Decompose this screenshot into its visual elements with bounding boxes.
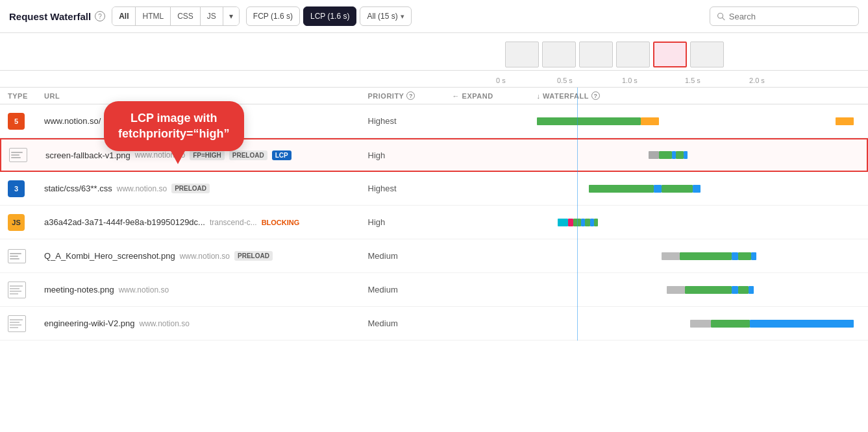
table-row: meeting-notes.png www.notion.so Medium — [0, 273, 868, 307]
html-icon: 5 — [8, 113, 25, 130]
wf-bar-segment — [732, 252, 738, 260]
url-main: screen-fallback-v1.png — [45, 150, 130, 160]
wf-bar-segment — [732, 286, 738, 294]
table-row: engineering-wiki-V2.png www.notion.so Me… — [0, 307, 868, 341]
wf-bar-segment — [585, 219, 590, 226]
page-title: Request Waterfall — [9, 11, 91, 22]
img-icon — [8, 249, 26, 263]
scale-15s: 1.5 s — [685, 77, 701, 84]
col-url-header: URL — [44, 92, 368, 100]
col-expand-header: ← EXPAND — [453, 92, 537, 100]
row-priority-cell: High — [368, 150, 453, 160]
wf-bar-segment — [568, 219, 573, 226]
table-row: 3 static/css/63**.css www.notion.so PREL… — [0, 172, 868, 206]
thumbnail-1 — [505, 42, 539, 67]
wf-bar-segment — [749, 286, 754, 294]
file-icon — [8, 315, 26, 332]
search-input[interactable] — [729, 12, 852, 21]
js-icon: JS — [8, 214, 25, 231]
scale-05s: 0.5 s — [557, 77, 573, 84]
row-priority-cell: Medium — [368, 251, 453, 261]
scale-0s: 0 s — [496, 77, 506, 84]
wf-bar-segment — [667, 286, 685, 294]
table-row: JS a36a42ad-3a71-444f-9e8a-b19950129dc..… — [0, 206, 868, 239]
row-url-cell: meeting-notes.png www.notion.so — [44, 285, 368, 294]
row-type-cell — [8, 282, 44, 298]
title-group: Request Waterfall ? — [9, 11, 105, 22]
filter-html-button[interactable]: HTML — [136, 7, 171, 25]
wf-bar-segment — [676, 151, 684, 159]
wf-bar-segment — [711, 320, 750, 328]
row-waterfall-cell — [537, 104, 861, 138]
row-priority-cell: Highest — [368, 184, 453, 193]
column-headers: TYPE URL PRIORITY ? ← EXPAND ↓ WATERFALL… — [0, 88, 868, 104]
waterfall-help-icon[interactable]: ? — [591, 91, 600, 100]
wf-bar-segment — [662, 185, 693, 193]
badge-preload: PRELOAD — [171, 184, 210, 193]
filter-all-button[interactable]: All — [112, 7, 136, 25]
filter-css-button[interactable]: CSS — [171, 7, 201, 25]
thumbnail-5 — [653, 42, 687, 67]
table-row: screen-fallback-v1.png www.notion.so FP=… — [0, 138, 868, 172]
url-main: engineering-wiki-V2.png — [44, 318, 134, 328]
search-box[interactable] — [710, 6, 859, 26]
row-type-cell — [8, 315, 44, 332]
row-type-cell: 3 — [8, 180, 44, 197]
wf-bar-segment — [558, 219, 568, 226]
url-main: www.notion.so/ — [44, 116, 101, 126]
filter-group: All HTML CSS JS ▾ — [112, 6, 240, 26]
row-waterfall-cell — [537, 307, 861, 340]
file-icon — [8, 282, 26, 298]
timing-fcp-button[interactable]: FCP (1.6 s) — [246, 6, 300, 26]
col-priority-header: PRIORITY ? — [368, 91, 453, 100]
wf-bar-segment — [659, 151, 672, 159]
url-main: a36a42ad-3a71-444f-9e8a-b19950129dc... — [44, 217, 205, 227]
timing-lcp-button[interactable]: LCP (1.6 s) — [303, 6, 356, 26]
title-help-icon[interactable]: ? — [95, 11, 105, 21]
row-url-cell: a36a42ad-3a71-444f-9e8a-b19950129dc... t… — [44, 217, 368, 227]
row-type-cell: 5 — [8, 113, 44, 130]
wf-bar-segment — [690, 320, 711, 328]
timing-dropdown-icon: ▾ — [401, 12, 404, 21]
wf-bar-segment — [589, 185, 654, 193]
wf-bar-segment — [751, 252, 756, 260]
filter-dropdown-button[interactable]: ▾ — [223, 7, 239, 25]
filter-js-button[interactable]: JS — [201, 7, 223, 25]
thumbnail-3 — [579, 42, 613, 67]
timing-group: FCP (1.6 s) LCP (1.6 s) All (15 s) ▾ — [246, 6, 412, 26]
url-domain: www.notion.so — [135, 150, 185, 160]
wf-bar-segment — [573, 219, 581, 226]
url-domain: www.notion.so — [117, 184, 167, 193]
wf-bar-segment — [750, 320, 854, 328]
wf-bar-segment — [684, 151, 688, 159]
row-url-cell: Q_A_Kombi_Hero_screenshot.png www.notion… — [44, 251, 368, 261]
url-domain: www.notion.so — [180, 252, 230, 261]
row-priority-cell: Medium — [368, 285, 453, 294]
wf-bar-segment — [649, 151, 659, 159]
col-type-header: TYPE — [8, 92, 44, 100]
col-waterfall-header: ↓ WATERFALL ? — [537, 91, 861, 100]
scale-20s: 2.0 s — [749, 77, 765, 84]
url-main: Q_A_Kombi_Hero_screenshot.png — [44, 251, 175, 261]
url-domain: www.notion.so — [139, 319, 189, 328]
thumbnail-4 — [616, 42, 650, 67]
wf-bar-segment — [685, 286, 732, 294]
row-type-cell — [9, 148, 45, 162]
svg-line-1 — [723, 18, 725, 19]
wf-bar-segment — [654, 185, 662, 193]
wf-bar-segment — [594, 219, 598, 226]
url-domain: www.notion.so — [119, 285, 169, 294]
thumbnail-6 — [690, 42, 724, 67]
priority-help-icon[interactable]: ? — [406, 91, 415, 100]
row-waterfall-cell — [537, 139, 860, 171]
row-priority-cell: Medium — [368, 318, 453, 328]
wf-bar-segment — [738, 252, 751, 260]
scale-row: 0 s 0.5 s 1.0 s 1.5 s 2.0 s — [0, 71, 868, 88]
badge-preload: PRELOAD — [234, 251, 273, 261]
row-priority-cell: High — [368, 217, 453, 227]
row-url-cell: static/css/63**.css www.notion.so PRELOA… — [44, 184, 368, 193]
badge-lcp: LCP — [272, 150, 291, 160]
css-icon: 3 — [8, 180, 25, 197]
timing-dropdown[interactable]: All (15 s) ▾ — [360, 6, 411, 26]
row-url-cell: www.notion.so/ — [44, 116, 368, 126]
